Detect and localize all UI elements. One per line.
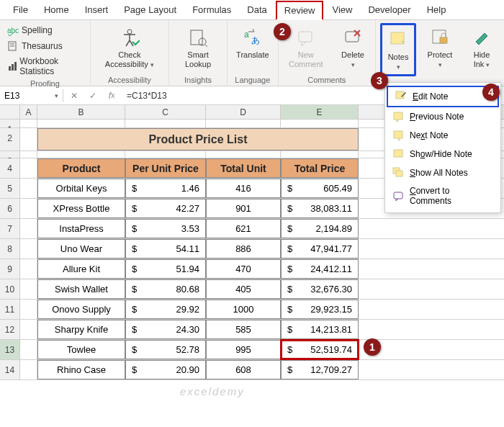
header-unit-price[interactable]: Per Unit Price <box>125 158 206 178</box>
cell-units[interactable]: 416 <box>206 179 281 198</box>
cell-total[interactable]: $29,923.15 <box>281 300 359 319</box>
next-note-item[interactable]: Next Note <box>385 126 500 145</box>
show-hide-note-item[interactable]: Show/Hide Note <box>385 145 500 163</box>
col-header-d[interactable]: D <box>206 105 281 119</box>
table-title[interactable]: Product Price List <box>37 128 359 150</box>
cell-product[interactable]: Towlee <box>37 340 125 359</box>
cell-units[interactable]: 621 <box>206 219 281 238</box>
cell-total[interactable]: $2,194.89 <box>281 219 359 238</box>
cell-unit-price[interactable]: $29.92 <box>125 300 206 319</box>
cell-product[interactable]: Uno Wear <box>37 239 125 259</box>
spelling-button[interactable]: abc Spelling <box>4 23 55 37</box>
cell-units[interactable]: 470 <box>206 259 281 279</box>
cell-unit-price[interactable]: $1.46 <box>125 179 206 198</box>
cell-total[interactable]: $14,213.81 <box>281 320 359 339</box>
cell-units[interactable]: 886 <box>206 239 281 259</box>
cell-total[interactable]: $38,083.11 <box>281 199 359 218</box>
header-product[interactable]: Product <box>37 158 125 178</box>
cell-units[interactable]: 608 <box>206 360 281 379</box>
delete-comment-button[interactable]: Delete ▾ <box>335 23 371 72</box>
header-total-price[interactable]: Total Price <box>281 158 359 178</box>
cell-unit-price[interactable]: $20.90 <box>125 360 206 379</box>
cell-unit-price[interactable]: $42.27 <box>125 199 206 218</box>
col-header-e[interactable]: E <box>281 105 359 119</box>
tab-developer[interactable]: Developer <box>361 1 418 18</box>
row-header-5[interactable]: 5 <box>0 179 20 198</box>
ribbon-tabs: File Home Insert Page Layout Formulas Da… <box>0 0 504 20</box>
cell-units[interactable]: 995 <box>206 340 281 359</box>
row-header-11[interactable]: 11 <box>0 300 20 319</box>
workbook-stats-button[interactable]: Workbook Statistics <box>4 55 86 78</box>
accept-formula-icon[interactable]: ✓ <box>86 89 99 102</box>
row-header-2[interactable]: 2 <box>0 128 20 150</box>
cell-product[interactable]: Rhino Case <box>37 360 125 379</box>
group-proofing: abc Spelling Thesaurus Workbook Statisti… <box>0 20 91 86</box>
convert-to-comments-item[interactable]: Convert to Comments <box>385 182 500 210</box>
row-header-12[interactable]: 12 <box>0 320 20 339</box>
previous-note-item[interactable]: Previous Note <box>385 107 500 126</box>
tab-view[interactable]: View <box>325 1 359 18</box>
cell-product[interactable]: Onovo Supply <box>37 300 125 319</box>
row-header-4[interactable]: 4 <box>0 158 20 178</box>
tab-formulas[interactable]: Formulas <box>185 1 238 18</box>
row-header-3[interactable]: 3 <box>0 151 20 158</box>
cell-units[interactable]: 405 <box>206 279 281 299</box>
protect-button[interactable]: Protect▾ <box>422 23 458 72</box>
cancel-formula-icon[interactable]: ✕ <box>68 89 81 102</box>
row-header-9[interactable]: 9 <box>0 259 20 279</box>
select-all-corner[interactable] <box>0 105 20 119</box>
table-row: 12 Sharpy Knife $24.30 585 $14,213.81 <box>0 320 504 340</box>
cell-total[interactable]: $24,412.11 <box>281 259 359 279</box>
col-header-a[interactable]: A <box>20 105 37 119</box>
row-header-1[interactable]: 1 <box>0 120 20 127</box>
cell-unit-price[interactable]: $24.30 <box>125 320 206 339</box>
cell-product[interactable]: InstaPress <box>37 219 125 238</box>
name-box[interactable]: E13▾ <box>0 89 63 102</box>
cell-units[interactable]: 1000 <box>206 300 281 319</box>
tab-data[interactable]: Data <box>240 1 274 18</box>
cell-product[interactable]: Orbital Keys <box>37 179 125 198</box>
cell-product[interactable]: XPress Bottle <box>37 199 125 218</box>
hide-ink-button[interactable]: Hide Ink ▾ <box>464 23 500 72</box>
tab-help[interactable]: Help <box>420 1 454 18</box>
header-total-unit[interactable]: Total Unit <box>206 158 281 178</box>
show-all-notes-item[interactable]: Show All Notes <box>385 163 500 182</box>
table-row: 9 Allure Kit $51.94 470 $24,412.11 <box>0 259 504 279</box>
cell-units[interactable]: 901 <box>206 199 281 218</box>
cell-product[interactable]: Allure Kit <box>37 259 125 279</box>
row-header-8[interactable]: 8 <box>0 239 20 259</box>
cell-unit-price[interactable]: $54.11 <box>125 239 206 259</box>
cell-total[interactable]: $32,676.30 <box>281 279 359 299</box>
row-header-6[interactable]: 6 <box>0 199 20 218</box>
row-header-14[interactable]: 14 <box>0 360 20 379</box>
check-accessibility-button[interactable]: Check Accessibility ▾ <box>95 23 164 72</box>
cell-unit-price[interactable]: $80.68 <box>125 279 206 299</box>
tab-page-layout[interactable]: Page Layout <box>117 1 184 18</box>
cell-unit-price[interactable]: $3.53 <box>125 219 206 238</box>
col-header-c[interactable]: C <box>125 105 206 119</box>
cell-product[interactable]: Sharpy Knife <box>37 320 125 339</box>
cell-total[interactable]: $52,519.74 <box>281 340 359 359</box>
cell-unit-price[interactable]: $52.78 <box>125 340 206 359</box>
group-accessibility: Check Accessibility ▾ Accessibility <box>91 20 169 86</box>
cell-unit-price[interactable]: $51.94 <box>125 259 206 279</box>
tab-review[interactable]: Review <box>276 1 324 20</box>
row-header-13[interactable]: 13 <box>0 340 20 359</box>
tab-home[interactable]: Home <box>37 1 76 18</box>
cell-units[interactable]: 585 <box>206 320 281 339</box>
tab-insert[interactable]: Insert <box>78 1 116 18</box>
notes-button[interactable]: Notes▾ <box>380 23 416 76</box>
cell-total[interactable]: $605.49 <box>281 179 359 198</box>
cell-total[interactable]: $12,709.27 <box>281 360 359 379</box>
col-header-b[interactable]: B <box>37 105 125 119</box>
translate-button[interactable]: aあ Translate <box>232 23 273 63</box>
cell-total[interactable]: $47,941.77 <box>281 239 359 259</box>
formula-input[interactable]: =C13*D13 <box>124 91 167 101</box>
thesaurus-button[interactable]: Thesaurus <box>4 39 66 53</box>
cell-product[interactable]: Swish Wallet <box>37 279 125 299</box>
row-header-7[interactable]: 7 <box>0 219 20 238</box>
fx-icon[interactable]: fx <box>105 89 118 102</box>
row-header-10[interactable]: 10 <box>0 279 20 299</box>
tab-file[interactable]: File <box>6 1 35 18</box>
smart-lookup-button[interactable]: Smart Lookup <box>174 23 222 72</box>
